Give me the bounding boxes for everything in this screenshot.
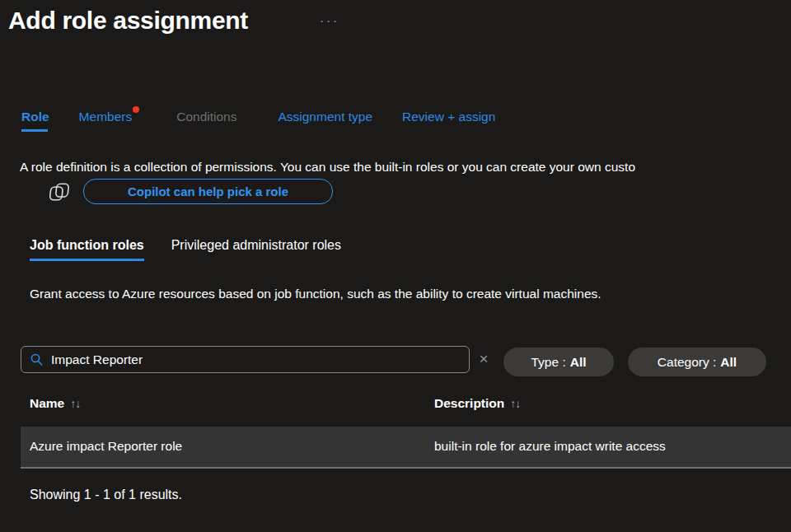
tab-members[interactable]: Members	[79, 110, 133, 132]
role-description-cell: built-in role for azure impact write acc…	[434, 439, 666, 454]
tab-role[interactable]: Role	[21, 110, 49, 132]
tab-members-label: Members	[79, 110, 133, 124]
sort-icon: ↑↓	[70, 397, 80, 410]
tab-conditions-label: Conditions	[176, 110, 236, 124]
tab-conditions: Conditions	[176, 110, 236, 132]
sort-icon: ↑↓	[510, 397, 520, 410]
copilot-help-button[interactable]: Copilot can help pick a role	[83, 179, 333, 204]
search-icon	[30, 352, 44, 366]
tab-assignment-type-label: Assignment type	[278, 110, 372, 124]
copilot-icon	[47, 180, 72, 204]
role-type-subtabs: Job function roles Privileged administra…	[30, 238, 341, 261]
more-menu-icon[interactable]: ···	[320, 13, 339, 27]
wizard-tabs: Role Members Conditions Assignment type …	[21, 110, 495, 132]
members-notification-dot	[133, 106, 139, 113]
row-divider	[21, 467, 791, 469]
role-definition-description: A role definition is a collection of per…	[20, 160, 791, 175]
filter-type[interactable]: Type : All	[503, 348, 614, 376]
filter-category[interactable]: Category : All	[628, 348, 766, 376]
role-search-box[interactable]	[21, 346, 470, 373]
add-role-assignment-page: Add role assignment ··· Role Members Con…	[0, 0, 791, 532]
results-count-text: Showing 1 - 1 of 1 results.	[30, 488, 182, 502]
tab-role-label: Role	[21, 110, 49, 124]
column-header-name[interactable]: Name↑↓	[30, 396, 80, 411]
clear-search-icon[interactable]: ×	[475, 349, 493, 369]
search-input[interactable]	[51, 352, 461, 367]
copilot-row: Copilot can help pick a role	[47, 179, 333, 204]
filter-category-label: Category :	[658, 355, 717, 370]
column-header-description[interactable]: Description↑↓	[434, 396, 520, 411]
tab-review-assign-label: Review + assign	[402, 110, 495, 124]
page-title: Add role assignment	[8, 7, 248, 35]
subtab-job-function-roles-label: Job function roles	[30, 238, 144, 252]
role-name-cell: Azure impact Reporter role	[30, 439, 182, 454]
subtab-job-function-roles[interactable]: Job function roles	[30, 238, 144, 261]
filter-category-value: All	[720, 355, 737, 370]
table-row-azure-impact-reporter[interactable]: Azure impact Reporter role built-in role…	[21, 427, 791, 467]
subtab-privileged-admin-roles[interactable]: Privileged administrator roles	[171, 238, 341, 261]
filter-type-label: Type :	[531, 355, 565, 370]
job-function-description: Grant access to Azure resources based on…	[30, 287, 788, 301]
filter-type-value: All	[570, 355, 587, 370]
tab-assignment-type[interactable]: Assignment type	[278, 110, 372, 132]
subtab-privileged-admin-roles-label: Privileged administrator roles	[171, 238, 341, 252]
tab-review-assign[interactable]: Review + assign	[402, 110, 495, 132]
